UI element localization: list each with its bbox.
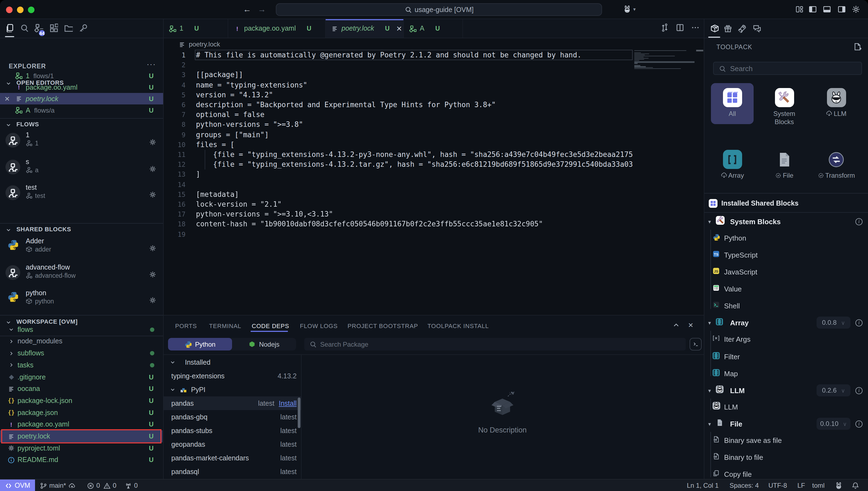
open-editor-item[interactable]: ✕poetry.lockU [0,93,163,105]
panel-tab[interactable]: PROJECT BOOTSTRAP [348,316,418,336]
block-group-array[interactable]: ▾Array0.0.8∨i [704,314,868,331]
gear-icon[interactable] [149,244,157,254]
eol[interactable]: LF [797,480,805,491]
block-group-system-blocks[interactable]: ▾System Blocksi [704,213,868,230]
package-icon[interactable] [710,24,719,35]
toolpack-tile-system-blocks[interactable]: System Blocks [763,83,806,131]
toolpack-tile-llm[interactable]: LLM [815,83,858,124]
block-group-llm[interactable]: ▾LLM0.2.6∨i [704,382,868,399]
assistant-status-icon[interactable] [835,480,843,491]
tree-item-package-lock.json[interactable]: {}package-lock.jsonU [0,395,163,406]
tree-item-.gitignore[interactable]: .gitignoreU [0,371,163,383]
git-branch[interactable]: main* [40,480,75,491]
info-icon[interactable]: i [856,420,863,427]
tree-item-tasks[interactable]: tasks [0,359,163,371]
toolpack-tile-transform[interactable]: Transform [815,145,858,185]
split-icon[interactable] [676,24,684,34]
lang-nodejs[interactable]: Nodejs [232,338,296,350]
tree-item-pyproject.toml[interactable]: pyproject.tomlU [0,442,163,454]
tree-item-flows[interactable]: flows [0,324,163,336]
panel-tab[interactable]: TOOLPACK INSTALL [428,316,489,336]
package-row[interactable]: pandas-stubslatest [164,424,301,437]
version-pill[interactable]: 0.0.10∨ [817,418,850,430]
block-item-binary-save-as-file[interactable]: Binary save as file [704,432,868,449]
install-link[interactable]: Install [279,399,297,407]
shared-block-title[interactable]: python [26,289,46,297]
list-scrollbar-thumb[interactable] [298,398,300,428]
panel-tab[interactable]: CODE DEPS [252,316,289,336]
close-icon[interactable]: ✕ [0,95,14,103]
flow-item-title[interactable]: test [26,184,37,191]
activity-blocks-icon[interactable] [49,24,58,34]
problems-errors[interactable]: 0 [87,480,100,491]
block-item-filter[interactable]: Filter [704,348,868,365]
shared-block-title[interactable]: Adder [26,237,44,245]
panel-tab[interactable]: PORTS [175,316,197,336]
layout-icon[interactable] [795,5,804,14]
block-item-binary-to-file[interactable]: Binary to file [704,449,868,465]
cursor-position[interactable]: Ln 1, Col 1 [687,480,718,491]
gear-icon[interactable] [149,191,157,201]
package-row[interactable]: geopandaslatest [164,437,301,451]
swap-icon[interactable] [660,24,669,34]
package-row[interactable]: pandasqllatest [164,465,301,479]
new-toolpack-button[interactable] [853,42,862,53]
info-icon[interactable]: i [856,218,863,225]
gear-icon[interactable] [149,296,157,306]
block-group-file[interactable]: ▾File0.0.10∨i [704,415,868,432]
installed-group-header[interactable]: Installed [164,355,301,369]
minimap-slider[interactable] [696,50,703,51]
lang-python[interactable]: Python [168,338,232,350]
flow-item-title[interactable]: s [26,158,29,165]
dots-icon[interactable] [691,24,700,34]
indentation[interactable]: Spaces: 4 [730,480,759,491]
tree-item-subflows[interactable]: subflows [0,347,163,359]
panel-left-icon[interactable] [808,5,817,14]
activity-files-icon[interactable] [5,24,14,34]
activity-search-icon[interactable] [20,24,28,34]
tree-item-node_modules[interactable]: node_modules [0,336,163,347]
gear-icon[interactable] [149,270,157,280]
block-item-llm[interactable]: LLM [704,399,868,415]
block-item-typescript[interactable]: TSTypeScript [704,247,868,263]
info-icon[interactable]: i [856,319,863,326]
tree-item-oocana[interactable]: oocanaU [0,383,163,395]
block-item-python[interactable]: Python [704,230,868,246]
toolpack-tile-file[interactable]: File [763,145,806,185]
editor-tab[interactable]: !package.oo.yamlU [228,19,326,38]
gift-icon[interactable] [724,24,732,35]
editor-tab[interactable]: AU [404,19,463,38]
forward-button[interactable]: → [258,4,266,14]
assistant-menu[interactable]: ▾ [623,5,636,14]
problems-warnings[interactable]: 0 [103,480,116,491]
gear-icon[interactable] [149,138,157,148]
collapse-panel-button[interactable] [673,321,680,328]
zoom-button[interactable] [28,6,34,13]
package-row[interactable]: pandas-gbqlatest [164,410,301,424]
panel-tab[interactable]: FLOW LOGS [300,316,338,336]
info-icon[interactable]: i [856,387,863,394]
minimize-button[interactable] [17,6,24,13]
package-row[interactable]: typing-extensions4.13.2 [164,369,301,383]
back-button[interactable]: ← [243,4,251,14]
breadcrumb[interactable]: poetry.lock [164,38,704,50]
encoding[interactable]: UTF-8 [768,480,787,491]
editor-tab[interactable]: 1U [164,19,228,38]
tree-item-README.md[interactable]: README.mdU [0,454,163,466]
block-item-map[interactable]: Map [704,365,868,382]
ports-indicator[interactable]: 0 [125,480,138,491]
gear-icon[interactable] [149,165,157,175]
toolpack-tile-array[interactable]: Array [711,145,754,185]
version-pill[interactable]: 0.2.6∨ [817,384,850,397]
terminal-button[interactable] [689,338,702,350]
open-editor-item[interactable]: ✕!package.oo.yamlU [0,82,163,93]
editor-tab[interactable]: poetry.lockU✕ [326,19,404,38]
workspace-search-bar[interactable]: usage-guide [OVM] [276,3,602,16]
block-item-iter-args[interactable]: Iter Args [704,331,868,347]
tree-item-package.json[interactable]: {}package.jsonU [0,407,163,418]
notifications-bell[interactable] [851,480,859,491]
package-search-input[interactable]: Search Package [304,338,686,350]
settings-gear-icon[interactable] [851,5,860,14]
pypi-group-header[interactable]: PyPI [164,383,301,397]
activity-folder-icon[interactable] [64,24,73,34]
